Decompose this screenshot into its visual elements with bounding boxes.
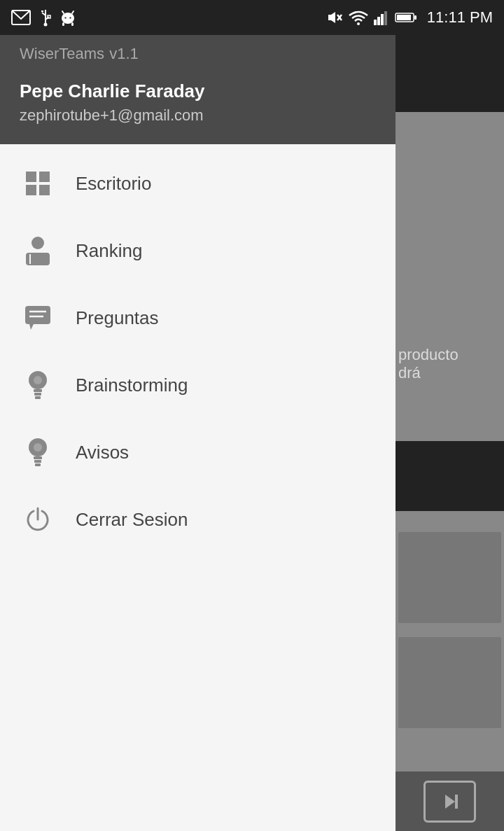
menu-item-escritorio[interactable]: Escritorio (0, 150, 396, 217)
svg-point-19 (357, 22, 360, 25)
svg-rect-15 (71, 22, 74, 26)
svg-rect-39 (34, 389, 42, 392)
background-content: producto drá (396, 0, 504, 831)
svg-rect-27 (26, 172, 36, 182)
battery-icon (395, 11, 417, 24)
status-bar-right-icons: 11:11 PM (326, 8, 493, 27)
svg-marker-35 (29, 324, 34, 330)
svg-point-31 (31, 237, 44, 249)
svg-rect-34 (25, 306, 50, 324)
drawer-menu: Escritorio Ranking (0, 144, 396, 831)
svg-rect-40 (34, 393, 41, 396)
bg-mid-block (396, 441, 504, 511)
menu-label-avisos: Avisos (76, 442, 129, 463)
menu-item-cerrar-sesion[interactable]: Cerrar Sesion (0, 486, 396, 553)
status-bar-left-icons (11, 8, 76, 27)
svg-point-11 (69, 17, 71, 18)
svg-marker-0 (445, 795, 455, 809)
svg-rect-20 (374, 20, 377, 25)
mute-icon (326, 9, 343, 26)
svg-rect-46 (35, 463, 41, 466)
svg-marker-16 (328, 12, 335, 23)
svg-rect-25 (397, 15, 411, 20)
svg-line-12 (62, 11, 64, 13)
user-email: zephirotube+1@gmail.com (20, 106, 376, 125)
status-time: 11:11 PM (427, 8, 493, 27)
bg-card-2 (398, 637, 501, 728)
menu-label-preguntas: Preguntas (76, 307, 159, 329)
android-icon (60, 8, 76, 27)
person-icon (20, 232, 56, 269)
svg-rect-44 (34, 456, 42, 459)
wifi-icon (349, 10, 368, 25)
app-title: WiserTeams v1.1 (20, 42, 376, 64)
grid-icon (20, 165, 56, 202)
svg-point-8 (44, 23, 48, 27)
svg-rect-41 (35, 396, 41, 399)
svg-rect-21 (377, 17, 380, 25)
menu-label-brainstorming: Brainstorming (76, 375, 188, 396)
svg-rect-28 (39, 172, 50, 182)
menu-label-ranking: Ranking (76, 240, 142, 262)
bg-bottom-btn (424, 781, 476, 823)
menu-item-preguntas[interactable]: Preguntas (0, 284, 396, 351)
status-bar: 11:11 PM (0, 0, 504, 35)
svg-point-42 (34, 376, 42, 384)
menu-label-cerrar-sesion: Cerrar Sesion (76, 509, 188, 531)
svg-point-47 (34, 443, 42, 452)
svg-line-13 (72, 11, 74, 13)
svg-rect-22 (381, 14, 384, 25)
menu-item-ranking[interactable]: Ranking (0, 217, 396, 284)
svg-rect-26 (414, 15, 416, 20)
svg-rect-30 (39, 185, 50, 195)
navigation-drawer: WiserTeams v1.1 Pepe Charlie Faraday zep… (0, 0, 396, 831)
svg-rect-14 (62, 22, 64, 26)
user-name: Pepe Charlie Faraday (20, 81, 376, 102)
menu-label-escritorio: Escritorio (76, 173, 151, 195)
email-icon (11, 10, 31, 25)
menu-item-avisos[interactable]: Avisos (0, 419, 396, 486)
chat-icon (20, 300, 56, 336)
signal-icon (374, 10, 389, 25)
bulb2-icon (20, 434, 56, 470)
svg-rect-29 (26, 185, 36, 195)
bg-text: producto drá (396, 343, 504, 385)
menu-item-brainstorming[interactable]: Brainstorming (0, 351, 396, 419)
bg-card-1 (398, 532, 501, 623)
bulb-icon (20, 367, 56, 403)
svg-rect-45 (34, 460, 41, 463)
power-icon (20, 501, 56, 538)
svg-rect-23 (384, 11, 387, 25)
svg-point-10 (64, 17, 66, 18)
svg-rect-1 (455, 795, 458, 809)
usb-icon (39, 8, 52, 27)
bg-bottom-bar (396, 771, 504, 831)
svg-point-9 (62, 13, 74, 24)
bg-top-block (396, 35, 504, 112)
